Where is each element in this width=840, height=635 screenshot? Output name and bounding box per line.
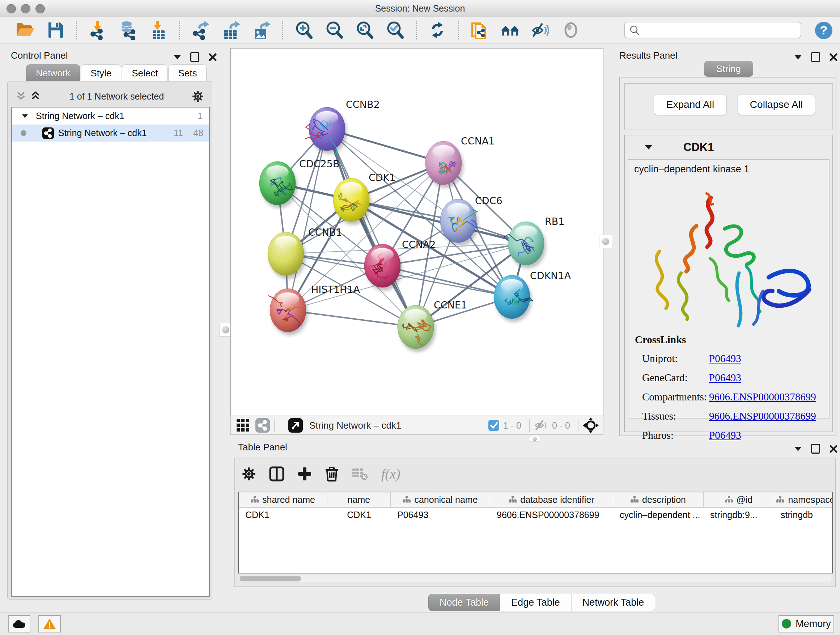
table-cell[interactable]: P06493 (391, 508, 490, 522)
panel-divider-grip[interactable] (599, 234, 612, 249)
string-network-icon (42, 127, 54, 139)
network-edge (351, 200, 526, 243)
table-cell[interactable]: CDK1 (327, 508, 391, 522)
export-image-button[interactable] (252, 20, 271, 40)
network-node[interactable]: CCNB2 (305, 99, 380, 155)
crosslink-row: GeneCard:P06493 (642, 368, 823, 387)
fit-selected-crosshair-icon[interactable] (583, 417, 599, 433)
network-node[interactable]: CDC6 (440, 195, 502, 246)
table-horizontal-scrollbar[interactable] (238, 575, 831, 582)
hide-selected-eye-icon-button[interactable] (531, 20, 550, 40)
memory-button[interactable]: Memory (778, 615, 834, 632)
tab-network[interactable]: Network (26, 65, 80, 81)
gene-symbol: CDK1 (684, 141, 714, 154)
column-header--id[interactable]: @id (704, 492, 774, 507)
export-network-button[interactable] (191, 20, 210, 40)
column-header-canonical-name[interactable]: canonical name (391, 492, 490, 507)
svg-text:?: ? (820, 23, 828, 37)
network-node[interactable]: CCNB1 (268, 226, 342, 279)
panel-menu-icon[interactable] (794, 447, 802, 451)
collapse-all-button[interactable]: Collapse All (737, 94, 815, 115)
network-node[interactable]: CDKN1A (494, 270, 571, 322)
expand-all-chevrons-icon[interactable] (29, 91, 42, 102)
network-node[interactable]: CCNA2 (364, 239, 436, 291)
zoom-selected-button[interactable] (385, 20, 405, 40)
selected-checkbox-icon[interactable] (488, 420, 500, 431)
scrollbar-thumb[interactable] (240, 576, 301, 581)
network-collection-row[interactable]: String Network – cdk1 1 (12, 108, 209, 125)
network-node[interactable]: CCNE1 (398, 299, 467, 352)
panel-float-icon[interactable] (190, 52, 199, 62)
crosslink-link[interactable]: P06493 (709, 353, 741, 364)
table-cell[interactable]: CDK1 (239, 508, 327, 522)
column-header-name[interactable]: name (327, 492, 391, 507)
zoom-out-button[interactable] (325, 20, 344, 40)
tab-network-table[interactable]: Network Table (571, 594, 655, 611)
add-column-plus-icon[interactable] (297, 467, 312, 481)
import-network-database-button[interactable] (118, 20, 138, 40)
grid-view-icon[interactable] (236, 418, 250, 432)
show-all-eye-icon-button[interactable] (561, 20, 581, 40)
tree-expand-icon[interactable] (22, 114, 28, 118)
table-row[interactable]: CDK1CDK1P064939606.ENSP00000378699cyclin… (239, 508, 832, 522)
panel-close-icon[interactable] (829, 445, 837, 453)
toolbar-separator (416, 21, 417, 40)
crosslink-label: Tissues: (642, 410, 709, 422)
delete-column-trash-icon[interactable] (325, 466, 339, 481)
control-panel: Control Panel NetworkStyleSelectSets 1 o… (4, 46, 215, 604)
tab-edge-table[interactable]: Edge Table (500, 594, 571, 611)
zoom-fit-button[interactable] (355, 20, 374, 40)
help-button[interactable]: ? (815, 21, 833, 40)
network-view-canvas[interactable]: CCNB2CCNA1CDC25BCDK1CDC6RB1CCNB1CCNA2CDK… (231, 48, 603, 416)
gear-icon[interactable] (242, 467, 256, 481)
refresh-button[interactable] (428, 20, 447, 40)
search-input[interactable] (640, 25, 793, 35)
warnings-button[interactable] (38, 615, 61, 632)
panel-menu-icon[interactable] (794, 55, 802, 59)
table-cell[interactable]: cyclin–dependent ... (613, 508, 704, 522)
zoom-in-button[interactable] (294, 20, 314, 40)
cloud-button[interactable] (8, 615, 30, 632)
expand-all-button[interactable]: Expand All (654, 94, 727, 115)
crosslink-link[interactable]: P06493 (709, 372, 741, 384)
save-session-button[interactable] (46, 20, 65, 40)
network-from-selection-button[interactable] (470, 20, 489, 40)
network-node[interactable]: HIST1H1A (268, 284, 360, 335)
show-columns-icon[interactable] (269, 466, 284, 481)
panel-close-icon[interactable] (829, 53, 837, 61)
gear-icon[interactable] (192, 90, 204, 103)
tab-string[interactable]: String (704, 61, 753, 77)
section-collapse-icon[interactable] (645, 145, 652, 149)
network-node[interactable]: RB1 (504, 216, 565, 268)
gene-section-header[interactable]: CDK1 (625, 135, 832, 159)
houses-button[interactable] (500, 20, 520, 40)
column-header-namespace[interactable]: namespace (774, 492, 833, 507)
table-cell[interactable]: stringdb:9... (704, 508, 774, 522)
panel-float-icon[interactable] (811, 444, 820, 454)
table-panel-tabs: Node TableEdge TableNetwork Table (428, 594, 655, 611)
tab-node-table[interactable]: Node Table (428, 594, 500, 611)
table-cell[interactable]: stringdb (774, 508, 833, 522)
column-header-database-identifier[interactable]: database identifier (490, 492, 613, 507)
panel-float-icon[interactable] (811, 52, 820, 62)
import-network-file-button[interactable] (88, 20, 107, 40)
tab-style[interactable]: Style (81, 65, 121, 81)
panel-close-icon[interactable] (209, 53, 217, 61)
search-icon (629, 25, 640, 35)
tab-select[interactable]: Select (122, 65, 167, 81)
crosslinks-heading: CrossLinks (635, 334, 686, 346)
import-table-button[interactable] (149, 20, 168, 40)
tab-sets[interactable]: Sets (168, 65, 207, 81)
export-table-button[interactable] (221, 20, 241, 40)
open-session-button[interactable] (15, 20, 35, 40)
network-row[interactable]: String Network – cdk1 11 48 (12, 125, 209, 141)
string-view-icon[interactable] (256, 418, 270, 432)
crosslink-link[interactable]: 9606.ENSP00000378699 (709, 410, 816, 422)
column-header-description[interactable]: description (613, 492, 704, 507)
panel-menu-icon[interactable] (174, 55, 181, 59)
column-header-shared-name[interactable]: shared name (239, 492, 327, 507)
crosslink-link[interactable]: 9606.ENSP00000378699 (709, 391, 816, 403)
open-in-window-icon[interactable] (288, 418, 303, 432)
table-cell[interactable]: 9606.ENSP00000378699 (490, 508, 613, 522)
collapse-all-chevrons-icon[interactable] (15, 91, 27, 102)
